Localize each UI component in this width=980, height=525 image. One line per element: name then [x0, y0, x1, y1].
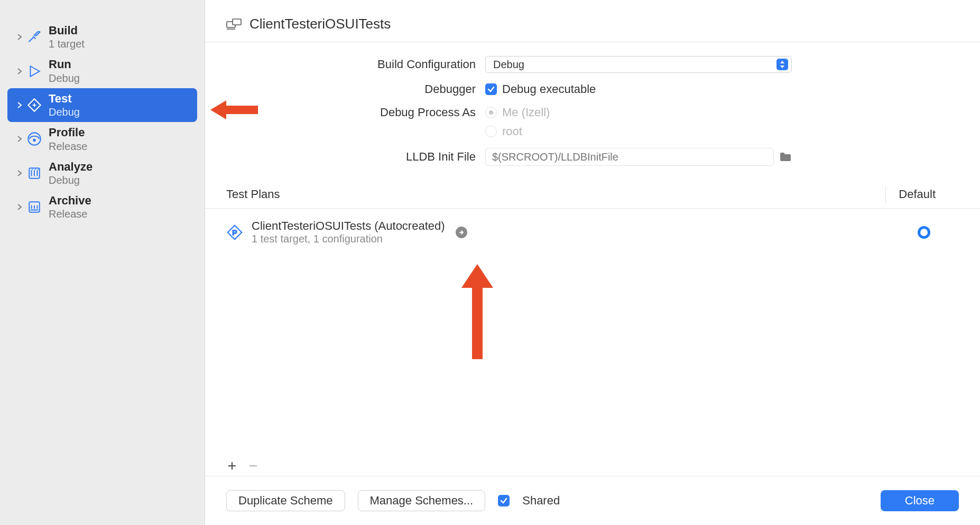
wrench-icon: [25, 98, 43, 112]
sidebar-item-labels: Profile Release: [49, 126, 87, 152]
lldb-init-file-label: LLDB Init File: [226, 150, 485, 164]
sidebar-item-analyze[interactable]: Analyze Debug: [7, 156, 197, 190]
sidebar-item-labels: Archive Release: [49, 194, 91, 220]
sidebar-item-title: Analyze: [49, 160, 93, 174]
shared-label: Shared: [522, 494, 560, 508]
sidebar-item-subtitle: Debug: [49, 72, 80, 85]
sidebar-item-labels: Test Debug: [49, 92, 80, 118]
debug-process-me-label: Me (Izell): [502, 106, 550, 119]
debug-executable-checkbox[interactable]: [485, 83, 497, 95]
test-plans-section-header: Test Plans Default: [205, 181, 980, 209]
default-test-plan-radio[interactable]: [918, 226, 930, 239]
chevron-right-icon: [17, 34, 25, 40]
sidebar-item-subtitle: Release: [49, 208, 91, 220]
folder-icon[interactable]: [779, 152, 792, 162]
list-toolbar: [205, 461, 980, 476]
sidebar-item-run[interactable]: Run Debug: [7, 54, 197, 88]
svg-rect-8: [226, 106, 258, 114]
goto-arrow-icon[interactable]: [456, 227, 467, 238]
build-configuration-label: Build Configuration: [226, 58, 485, 71]
svg-point-1: [33, 139, 35, 142]
hammer-icon: [25, 30, 43, 44]
duplicate-scheme-button[interactable]: Duplicate Scheme: [226, 490, 345, 511]
header: ClientTesteriOSUITests: [205, 0, 980, 42]
manage-schemes-button[interactable]: Manage Schemes...: [358, 490, 486, 511]
build-configuration-value: Debug: [493, 59, 524, 71]
sidebar-item-title: Profile: [49, 126, 87, 139]
footer: Duplicate Scheme Manage Schemes... Share…: [205, 476, 980, 525]
play-icon: [25, 64, 43, 79]
sidebar-item-labels: Run Debug: [49, 58, 80, 84]
sidebar: Build 1 target Run Debug Test Debug: [0, 0, 205, 525]
chevron-right-icon: [17, 68, 25, 74]
test-plan-subtitle: 1 test target, 1 configuration: [252, 233, 445, 245]
sidebar-item-archive[interactable]: Archive Release: [7, 190, 197, 224]
gauge-icon: [25, 132, 43, 146]
sidebar-item-title: Run: [49, 58, 80, 71]
debug-process-as-label: Debug Process As: [226, 106, 485, 119]
sidebar-item-labels: Build 1 target: [49, 24, 85, 50]
debug-process-root-radio[interactable]: [485, 126, 497, 137]
sidebar-item-profile[interactable]: Profile Release: [7, 122, 197, 156]
scheme-title: ClientTesteriOSUITests: [249, 16, 391, 32]
debug-executable-label: Debug executable: [502, 82, 596, 96]
svg-rect-5: [233, 19, 241, 25]
debug-process-me-radio[interactable]: [485, 107, 497, 118]
test-plans-label: Test Plans: [226, 188, 280, 201]
debugger-label: Debugger: [226, 82, 485, 96]
sidebar-item-subtitle: Debug: [49, 106, 80, 118]
sidebar-item-subtitle: Debug: [49, 174, 93, 186]
main-panel: ClientTesteriOSUITests Build Configurati…: [205, 0, 980, 525]
annotation-arrow-left: [210, 94, 258, 126]
form-section: Build Configuration Debug Debugger Debug…: [205, 42, 980, 181]
test-plan-icon: P: [226, 224, 243, 241]
archive-icon: [25, 200, 43, 214]
test-plan-row[interactable]: P ClientTesteriOSUITests (Autocreated) 1…: [205, 209, 980, 256]
svg-text:P: P: [233, 229, 237, 237]
default-column-header: Default: [885, 186, 959, 203]
close-button[interactable]: Close: [881, 490, 959, 511]
test-plan-title: ClientTesteriOSUITests (Autocreated): [252, 219, 445, 233]
shared-checkbox[interactable]: [498, 495, 510, 507]
select-caret-icon: [776, 59, 788, 70]
sidebar-item-subtitle: 1 target: [49, 38, 85, 50]
sidebar-item-labels: Analyze Debug: [49, 160, 93, 186]
sidebar-item-title: Test: [49, 92, 80, 106]
sidebar-item-subtitle: Release: [49, 140, 87, 153]
analyze-icon: [25, 166, 43, 181]
chevron-right-icon: [17, 170, 25, 176]
sidebar-item-test[interactable]: Test Debug: [7, 88, 197, 122]
lldb-init-file-input[interactable]: [485, 148, 774, 166]
scheme-icon: [226, 18, 242, 30]
build-configuration-select[interactable]: Debug: [485, 56, 792, 73]
remove-test-plan-button[interactable]: [248, 461, 258, 471]
sidebar-item-build[interactable]: Build 1 target: [7, 20, 197, 54]
sidebar-item-title: Archive: [49, 194, 91, 208]
annotation-arrow-up: [459, 264, 496, 359]
add-test-plan-button[interactable]: [227, 461, 237, 471]
chevron-right-icon: [17, 102, 25, 108]
chevron-right-icon: [17, 204, 25, 210]
sidebar-item-title: Build: [49, 24, 85, 38]
chevron-right-icon: [17, 136, 25, 142]
debug-process-root-label: root: [502, 125, 522, 138]
